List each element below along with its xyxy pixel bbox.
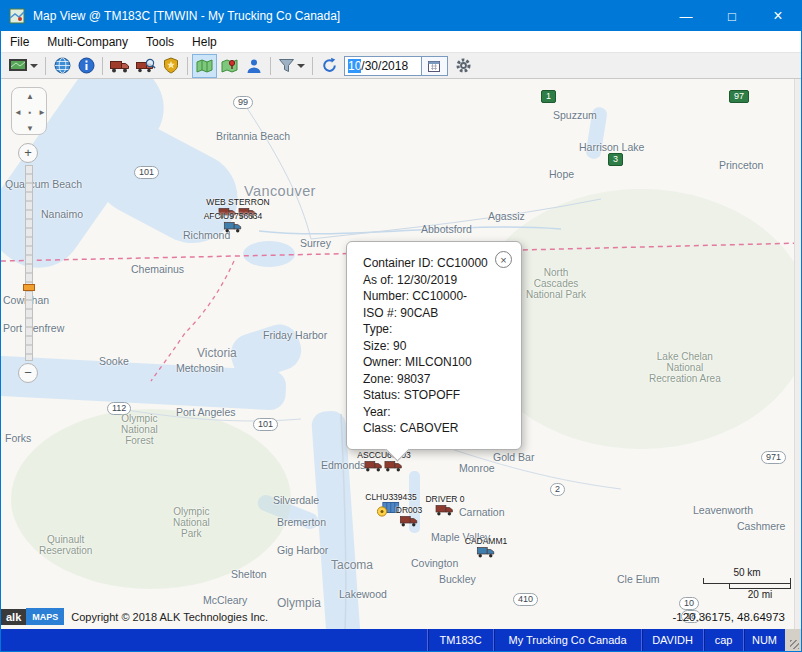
map-view-button[interactable] (192, 54, 217, 78)
truck-icon (110, 59, 130, 73)
date-selected-segment: 10 (348, 59, 361, 73)
highway-shield: 101 (134, 166, 159, 179)
map-label: Gig Harbor (277, 544, 328, 556)
zoom-in-button[interactable]: + (18, 143, 38, 163)
menubar: File Multi-Company Tools Help (1, 31, 801, 53)
refresh-button[interactable] (317, 54, 341, 78)
zoom-slider[interactable] (25, 165, 33, 361)
map-label: Leavenworth (693, 504, 753, 516)
vehicle-button[interactable] (107, 54, 133, 78)
scale-km-label: 50 km (703, 567, 791, 578)
shield-icon (163, 57, 179, 74)
marker-icons (465, 546, 508, 558)
toolbar-separator (312, 57, 313, 75)
filter-funnel-icon (278, 58, 295, 73)
close-button[interactable]: × (755, 1, 801, 31)
highway-shield: 2 (550, 483, 565, 496)
chevron-down-icon (30, 64, 38, 68)
highway-shield: 99 (233, 96, 253, 109)
map-style-icon (8, 58, 28, 74)
map-pin-button[interactable] (217, 54, 242, 78)
filter-button[interactable] (275, 54, 308, 78)
gear-icon (455, 57, 472, 74)
marker-label: DRIVER 0 (425, 494, 464, 504)
chevron-down-icon (297, 64, 305, 68)
pan-left-button[interactable]: ◄ (14, 108, 22, 117)
map-label: Harrison Lake (579, 141, 644, 153)
person-button[interactable] (242, 54, 266, 78)
highway-shield: 410 (513, 593, 538, 606)
map-label: Cashmere (737, 520, 785, 532)
menu-help[interactable]: Help (183, 33, 226, 51)
map-label: Britannia Beach (216, 130, 290, 142)
settings-button[interactable] (451, 54, 475, 78)
scale-mi-label: 20 mi (729, 589, 791, 600)
vehicle-search-button[interactable] (133, 54, 159, 78)
globe-button[interactable] (50, 54, 74, 78)
scale-bar: 50 km 20 mi (703, 567, 791, 600)
titlebar: Map View @ TM183C [TMWIN - My Trucking C… (1, 1, 801, 31)
popup-close-button[interactable]: × (495, 251, 512, 268)
map-marker[interactable]: AFCIU9756634 (204, 211, 263, 233)
popup-field: Size: 90 (363, 338, 507, 355)
menu-tools[interactable]: Tools (137, 33, 183, 51)
maps-logo: MAPS (26, 608, 64, 625)
info-button[interactable] (74, 54, 98, 78)
maximize-button[interactable]: □ (709, 1, 755, 31)
zoom-out-button[interactable]: − (18, 363, 38, 383)
marker-label: CLHU339435 (365, 492, 417, 502)
map-label: Silverdale (273, 494, 319, 506)
map-label: Olympia (277, 596, 321, 610)
map-label: Carnation (459, 506, 505, 518)
toolbar-separator (102, 57, 103, 75)
map-label: Monroe (459, 462, 495, 474)
pan-control: ▲ ◄▪► ▼ (11, 87, 47, 135)
marker-icons (425, 504, 464, 516)
map-style-button[interactable] (5, 54, 41, 78)
resize-grip[interactable] (785, 629, 801, 651)
pan-right-button[interactable]: ► (38, 108, 46, 117)
map-label: Nanaimo (41, 208, 83, 220)
popup-field: Number: CC10000- (363, 288, 507, 305)
highway-shield: 971 (761, 451, 786, 464)
calendar-button[interactable] (422, 56, 448, 76)
highway-shield: 10 (679, 597, 699, 610)
map-pin-icon (220, 58, 239, 74)
map-marker[interactable]: DRIVER 0 (425, 494, 464, 516)
map-marker[interactable]: DR003 (396, 505, 422, 527)
window-title: Map View @ TM183C [TMWIN - My Trucking C… (33, 9, 663, 23)
highway-shield: 1 (541, 90, 556, 103)
popup-body: Container ID: CC10000As of: 12/30/2019Nu… (363, 255, 507, 437)
map-marker[interactable]: CADAMM1 (465, 536, 508, 558)
map-label: Chemainus (131, 263, 184, 275)
map-label: Princeton (719, 159, 763, 171)
pan-down-button[interactable]: ▼ (26, 124, 34, 133)
attribution: alk MAPS Copyright © 2018 ALK Technologi… (1, 608, 268, 625)
map-label: Spuzzum (553, 109, 597, 121)
toolbar-separator (187, 57, 188, 75)
pan-center-button[interactable]: ▪ (29, 108, 32, 117)
map-label: Surrey (300, 237, 331, 249)
menu-file[interactable]: File (1, 33, 38, 51)
map-marker[interactable] (377, 506, 388, 517)
pan-up-button[interactable]: ▲ (26, 92, 34, 101)
container-info-popup: × Container ID: CC10000As of: 12/30/2019… (346, 241, 522, 450)
map-label: North Cascades National Park (526, 267, 586, 300)
info-icon (78, 57, 95, 74)
truck-search-icon (136, 58, 156, 74)
date-input[interactable]: 10/30/2018 (344, 56, 422, 76)
scale-mi-line (729, 584, 791, 589)
menu-multi-company[interactable]: Multi-Company (38, 33, 137, 51)
shield-button[interactable] (159, 54, 183, 78)
zoom-slider-handle[interactable] (23, 284, 35, 291)
map-label: Hope (549, 168, 574, 180)
map-canvas[interactable]: 99197SpuzzumBritannia Beach101Harrison L… (1, 79, 801, 629)
map-label: Covington (411, 557, 458, 569)
zoom-control: + − (18, 143, 40, 383)
marker-label: DR003 (396, 505, 422, 515)
minimize-button[interactable]: — (663, 1, 709, 31)
popup-field: Status: STOPOFF (363, 387, 507, 404)
map-label: Shelton (231, 568, 267, 580)
popup-field: Type: (363, 321, 507, 338)
copyright-text: Copyright © 2018 ALK Technologies Inc. (71, 611, 268, 623)
